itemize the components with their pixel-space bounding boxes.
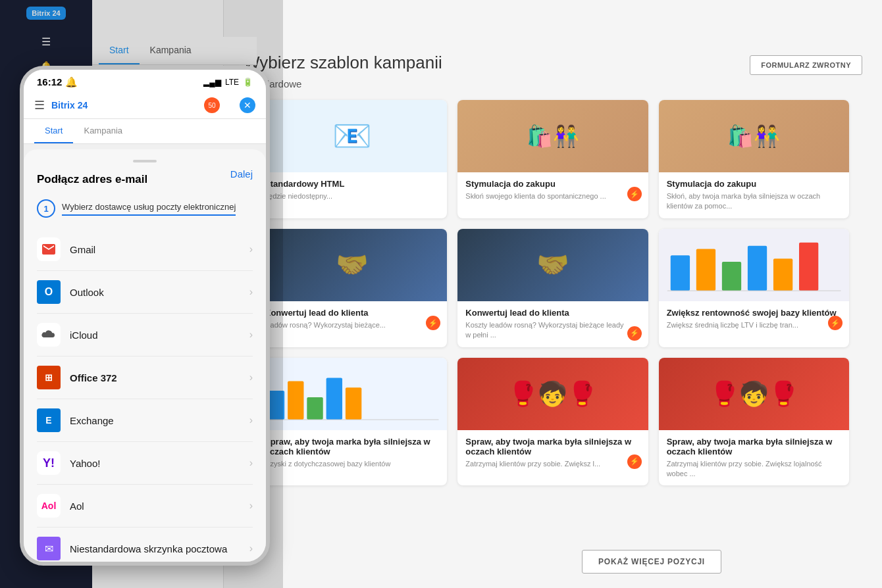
sheet-next-button[interactable]: Dalej	[230, 168, 253, 180]
phone-close-button[interactable]: ✕	[240, 97, 255, 113]
exchange-label: Exchange	[70, 415, 240, 426]
svg-rect-5	[799, 243, 818, 291]
gmail-icon	[37, 237, 61, 261]
nav-tabs: Start Kampania	[92, 37, 257, 65]
icloud-chevron: ›	[249, 329, 253, 341]
aol-chevron: ›	[249, 500, 253, 512]
campaign-grid: 📧 Standardowy HTML będzie niedostępny...…	[244, 100, 862, 485]
battery-icon: 🔋	[243, 78, 253, 87]
card-body-6: Zwiększ rentowność swojej bazy klientów …	[659, 301, 849, 337]
tab-start[interactable]: Start	[99, 37, 140, 64]
svg-rect-4	[773, 258, 792, 291]
card-image-8: 🥊🧒🥊	[457, 358, 648, 430]
phone-badge: 50	[204, 97, 220, 113]
hamburger-icon[interactable]: ☰	[36, 32, 56, 51]
email-provider-office372[interactable]: ⊞ Office 372 ›	[37, 356, 253, 399]
card-title-5: Konwertuj lead do klienta	[465, 308, 640, 318]
badge-5: ⚡	[627, 326, 642, 341]
card-desc-2: Skłoń swojego klienta do spontanicznego …	[465, 191, 640, 201]
card-body-3: Stymulacja do zakupu Skłoń, aby twoja ma…	[659, 172, 849, 218]
card-title-3: Stymulacja do zakupu	[667, 179, 841, 189]
signal-icon: ▂▄▆	[203, 78, 221, 87]
card-image-7	[257, 358, 447, 430]
email-provider-icloud[interactable]: iCloud ›	[37, 314, 253, 356]
svg-rect-8	[288, 381, 303, 420]
card-title-6: Zwiększ rentowność swojej bazy klientów	[667, 308, 841, 318]
yahoo-label: Yahoo!	[70, 458, 240, 469]
svg-rect-9	[307, 397, 323, 419]
card-desc-3: Skłoń, aby twoja marka była silniejsza w…	[667, 191, 841, 212]
show-more-button[interactable]: POKAŻ WIĘCEJ POZYCJI	[582, 550, 721, 574]
campaign-card-2[interactable]: 🛍️👫 Stymulacja do zakupu Skłoń swojego k…	[457, 100, 648, 218]
bitrix-logo: Bitrix 24	[26, 7, 65, 20]
campaign-card-6[interactable]: Zwiększ rentowność swojej bazy klientów …	[659, 229, 849, 347]
exchange-icon: E	[37, 408, 61, 432]
email-provider-custom[interactable]: ✉ Niestandardowa skrzynka pocztowa ›	[37, 527, 253, 566]
card-image-9: 🥊🧒🥊	[659, 358, 849, 430]
campaign-card-1[interactable]: 📧 Standardowy HTML będzie niedostępny...	[257, 100, 447, 218]
svg-rect-0	[670, 255, 689, 291]
card-body-4: Konwertuj lead do klienta leadów rosną? …	[257, 301, 447, 337]
email-provider-exchange[interactable]: E Exchange ›	[37, 399, 253, 442]
svg-rect-1	[696, 249, 715, 290]
tab-kampania[interactable]: Kampania	[140, 37, 202, 64]
aol-icon: Aol	[37, 494, 61, 518]
card-desc-1: będzie niedostępny...	[265, 191, 439, 201]
icloud-label: iCloud	[70, 330, 240, 341]
card-image-3: 🛍️👫	[659, 100, 849, 172]
campaign-card-9[interactable]: 🥊🧒🥊 Spraw, aby twoja marka była silniejs…	[659, 358, 849, 486]
phone-hamburger-icon[interactable]: ☰	[34, 98, 45, 112]
email-provider-gmail[interactable]: Gmail ›	[37, 228, 253, 271]
card-image-4: 🤝	[257, 229, 447, 301]
custom-mailbox-label: Niestandardowa skrzynka pocztowa	[70, 543, 240, 554]
icloud-icon	[37, 323, 61, 347]
card-title-9: Spraw, aby twoja marka była silniejsza w…	[667, 437, 841, 456]
office372-chevron: ›	[249, 372, 253, 383]
status-icons: ▂▄▆ LTE 🔋	[203, 78, 253, 87]
badge-2: ⚡	[627, 187, 642, 201]
card-image-6	[659, 229, 849, 301]
phone-overlay: 16:12 🔔 ▂▄▆ LTE 🔋 ☰ Bitrix 24 50 ✕ Start…	[20, 66, 270, 566]
phone-tab-kampania[interactable]: Kampania	[73, 119, 133, 143]
card-title-1: Standardowy HTML	[265, 179, 439, 189]
email-icon: 📧	[332, 118, 372, 155]
email-provider-outlook[interactable]: O Outlook ›	[37, 271, 253, 314]
card-title-2: Stymulacja do zakupu	[465, 179, 640, 189]
page-subtitle: Standardowe	[244, 78, 862, 89]
campaign-card-3[interactable]: 🛍️👫 Stymulacja do zakupu Skłoń, aby twoj…	[659, 100, 849, 218]
card-body-1: Standardowy HTML będzie niedostępny...	[257, 172, 447, 208]
card-desc-5: Koszty leadów rosną? Wykorzystaj bieżące…	[465, 320, 640, 341]
campaign-card-8[interactable]: 🥊🧒🥊 Spraw, aby twoja marka była silniejs…	[457, 358, 648, 486]
badge-6: ⚡	[828, 316, 843, 330]
phone-logo: Bitrix 24	[51, 100, 197, 110]
page-content: Wybierz szablon kampanii Standardowe FOR…	[224, 39, 882, 499]
campaign-card-4[interactable]: 🤝 Konwertuj lead do klienta leadów rosną…	[257, 229, 447, 347]
phone-step-1: 1 Wybierz dostawcę usług poczty elektron…	[37, 199, 253, 218]
card-body-9: Spraw, aby twoja marka była silniejsza w…	[659, 430, 849, 486]
phone-tab-start[interactable]: Start	[34, 119, 73, 143]
office372-label: Office 372	[70, 372, 240, 383]
custom-chevron: ›	[249, 543, 253, 554]
email-provider-aol[interactable]: Aol Aol ›	[37, 485, 253, 527]
yahoo-chevron: ›	[249, 457, 253, 469]
card-body-2: Stymulacja do zakupu Skłoń swojego klien…	[457, 172, 648, 208]
svg-rect-7	[269, 391, 284, 420]
email-provider-yahoo[interactable]: Y! Yahoo! ›	[37, 442, 253, 485]
campaign-card-7[interactable]: Spraw, aby twoja marka była silniejsza w…	[257, 358, 447, 486]
svg-rect-3	[748, 245, 767, 290]
formularz-button[interactable]: FORMULARZ ZWROTNY	[750, 55, 862, 75]
step-circle: 1	[37, 199, 55, 218]
email-provider-list: Gmail › O Outlook › iCloud ›	[37, 228, 253, 566]
outlook-label: Outlook	[70, 287, 240, 298]
campaign-card-5[interactable]: 🤝 Konwertuj lead do klienta Koszty leadó…	[457, 229, 648, 347]
phone-statusbar: 16:12 🔔 ▂▄▆ LTE 🔋	[24, 70, 266, 92]
card-image-1: 📧	[257, 100, 447, 172]
phone-tabs: Start Kampania	[24, 119, 266, 144]
yahoo-icon: Y!	[37, 451, 61, 475]
card-desc-4: leadów rosną? Wykorzystaj bieżące...	[265, 320, 439, 330]
custom-mailbox-icon: ✉	[37, 537, 61, 560]
outlook-icon: O	[37, 280, 61, 304]
step-text: Wybierz dostawcę usług poczty elektronic…	[62, 201, 236, 216]
sheet-title: Podłącz adres e-mail	[37, 173, 147, 186]
svg-rect-2	[722, 262, 741, 291]
